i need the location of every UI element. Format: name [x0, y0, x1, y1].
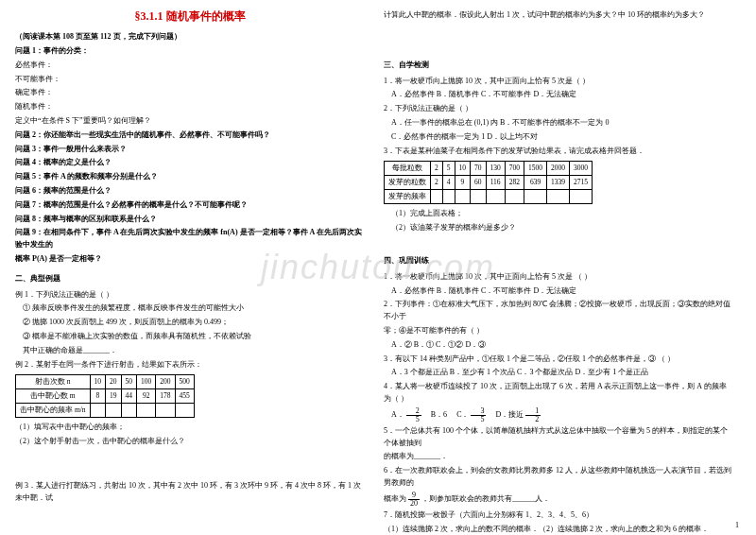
frac-den: 2: [525, 416, 541, 423]
q8: 问题 8：频率与概率的区别和联系是什么？: [15, 214, 365, 226]
q5: 问题 5：事件 A 的频数和频率分别是什么？: [15, 171, 365, 183]
q1-d: 随机事件：: [15, 101, 365, 113]
cell: 5: [442, 162, 455, 176]
ex1-2: ② 抛掷 1000 次反面朝上 499 次，则反面朝上的概率为 0.499；: [15, 317, 365, 329]
cell: 200: [156, 375, 175, 389]
cell: 2: [431, 162, 443, 176]
q3: 问题 3：事件一般用什么来表示？: [15, 144, 365, 156]
fraction-icon: 12: [525, 407, 541, 423]
cell: 639: [524, 176, 547, 190]
cell: 2000: [547, 162, 570, 176]
cell: 1339: [547, 176, 570, 190]
cell: [442, 190, 455, 204]
q7: 问题 7：概率的范围是什么？必然事件的概率是什么？不可能事件呢？: [15, 199, 365, 212]
top-continuation: 计算此人中靶的概率．假设此人射出 1 次，试问中靶的概率约为多大？中 10 环的…: [384, 9, 733, 22]
s4-2-opts: A．② B．① C．①② D．③: [384, 339, 733, 352]
s3-2: 2．下列说法正确的是（ ）: [384, 103, 733, 115]
cell: 发芽的频率: [385, 190, 431, 204]
cell: 178: [156, 389, 175, 404]
cell: [570, 190, 593, 204]
cell: 1500: [524, 162, 547, 176]
q4: 问题 4：概率的定义是什么？: [15, 157, 365, 169]
s4-6a: 6．在一次教师联欢会上，到会的女教师比男教师多 12 人，从这些教师中随机挑选一…: [384, 465, 733, 490]
cell: [106, 404, 122, 418]
cell: 3000: [570, 162, 593, 176]
q6: 问题 6：频率的范围是什么？: [15, 185, 365, 198]
opt-a-label: A．: [391, 410, 404, 419]
frac-den: 20: [408, 500, 420, 508]
opt-c-label: C．: [456, 410, 469, 419]
cell: 70: [471, 162, 487, 176]
table-row: 击中靶心数 m 8 19 44 92 178 455: [16, 389, 195, 404]
table-row: 每批粒数 2 5 10 70 130 700 1500 2000 3000: [385, 162, 593, 176]
q1-head: 问题 1：事件的分类：: [15, 45, 365, 58]
cell: 116: [486, 176, 505, 190]
cell: [121, 404, 137, 418]
opt-d-label: D．接近: [495, 410, 524, 419]
s4-6-line: 概率为 920 ，则参加联欢会的教师共有______人．: [384, 492, 733, 508]
cell: 每批粒数: [385, 162, 431, 176]
fraction-icon: 35: [471, 407, 486, 423]
ex3: 例 3．某人进行打靶练习，共射出 10 次，其中有 2 次中 10 环，有 3 …: [15, 480, 365, 505]
page-container: §3.1.1 随机事件的概率 （阅读课本第 108 页至第 112 页，完成下列…: [0, 0, 756, 535]
s4-6b: 概率为: [384, 494, 406, 503]
ex2-head: 例 2．某射手在同一条件下进行射击，结果如下表所示：: [15, 359, 365, 371]
cell: [524, 190, 547, 204]
fraction-icon: 25: [406, 407, 421, 423]
sec4-head: 四、巩固训练: [384, 255, 733, 268]
q1-e: 定义中“在条件 S 下”重要吗？如何理解？: [15, 115, 365, 128]
s3-3b: （2）该油菜子发芽的概率约是多少？: [384, 222, 733, 234]
frac-den: 5: [406, 416, 421, 423]
table-shooting: 射击次数 n 10 20 50 100 200 500 击中靶心数 m 8 19…: [15, 374, 195, 418]
s4-7a: （1）连续抛掷 2 次，求向上的数不同的概率．（2）连续抛掷 2 次，求向上的数…: [384, 524, 733, 535]
ex1-3: ③ 概率是不能准确上次实验的数值，而频率具有随机性，不依赖试验: [15, 331, 365, 343]
s4-4: 4．某人将一枚硬币连续投了 10 次，正面朝上出现了 6 次，若用 A 表示正面…: [384, 381, 733, 406]
page-number: 1: [735, 521, 739, 529]
doc-title: §3.1.1 随机事件的概率: [15, 8, 365, 26]
cell: 455: [175, 389, 194, 404]
q2-text: 问题 2：你还能举出一些现实生活中的随机事件、必然事件、不可能事件吗？: [15, 130, 270, 139]
ex-head: 二、典型例题: [15, 273, 365, 285]
cell: 20: [106, 375, 122, 389]
s4-6c: ，则参加联欢会的教师共有______人．: [421, 494, 550, 503]
cell: 10: [90, 375, 106, 389]
s4-3-opts: A．3 个都是正品 B．至少有 1 个次品 C．3 个都是次品 D．至少有 1 …: [384, 367, 733, 379]
cell: 击中靶心的频率 m/n: [16, 404, 91, 418]
cell: 50: [121, 375, 137, 389]
sec3-head: 三、自学检测: [384, 60, 733, 72]
s4-3: 3．有以下 14 种类别产品中，①任取 1 个是二等品，②任取 1 个的必然事件…: [384, 354, 733, 366]
ex2-q2: （2）这个射手射击一次，击中靶心的概率是什么？: [15, 436, 365, 448]
cell: [471, 190, 487, 204]
cell: 282: [505, 176, 524, 190]
cell: [175, 404, 194, 418]
cell: 130: [486, 162, 505, 176]
s4-1: 1．将一枚硬币向上抛掷 10 次，其中正面向上恰有 5 次是 （ ）: [384, 271, 733, 284]
opt-b-label: B．6: [431, 410, 447, 419]
cell: 9: [455, 176, 471, 190]
ex2-q1: （1）填写表中击中靶心的频率；: [15, 422, 365, 434]
frac-num: 3: [471, 407, 486, 416]
s3-1-opts: A．必然事件 B．随机事件 C．不可能事件 D．无法确定: [384, 89, 733, 101]
table-seeds: 每批粒数 2 5 10 70 130 700 1500 2000 3000 发芽…: [384, 161, 593, 204]
cell: 10: [455, 162, 471, 176]
cell: [486, 190, 505, 204]
read-note: （阅读课本第 108 页至第 112 页，完成下列问题）: [15, 31, 365, 43]
s3-2a: A．任一事件的概率总在 (0,1) 内 B．不可能事件的概率不一定为 0: [384, 117, 733, 129]
s4-4-opts: A． 25 B．6 C． 35 D．接近 12: [384, 407, 733, 423]
q9b: 概率 P(A) 是否一定相等？: [15, 253, 365, 266]
cell: 射击次数 n: [16, 375, 91, 389]
cell: [505, 190, 524, 204]
cell: [455, 190, 471, 204]
table-row: 射击次数 n 10 20 50 100 200 500: [16, 375, 195, 389]
ex1-1: ① 频率反映事件发生的频繁程度，概率反映事件发生的可能性大小: [15, 302, 365, 315]
cell: [431, 190, 443, 204]
cell: [547, 190, 570, 204]
s4-5: 5．一个总体共有 100 个个体，以简单随机抽样方式从这总体中抽取一个容量为 5…: [384, 425, 733, 450]
s3-3a: （1）完成上面表格；: [384, 208, 733, 220]
table-row: 发芽的粒数 2 4 9 60 116 282 639 1339 2715: [385, 176, 593, 190]
q1-c: 确定事件：: [15, 87, 365, 99]
s3-2b: C．必然事件的概率一定为 1 D．以上均不对: [384, 131, 733, 144]
right-column: 计算此人中靶的概率．假设此人射出 1 次，试问中靶的概率约为多大？中 10 环的…: [384, 8, 733, 535]
cell: 44: [121, 389, 137, 404]
table-row: 击中靶心的频率 m/n: [16, 404, 195, 418]
